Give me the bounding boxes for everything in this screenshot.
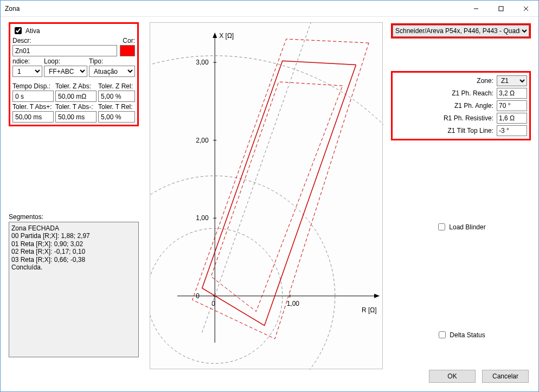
titlebar: Zona (1, 1, 538, 17)
window-title: Zona (5, 5, 464, 12)
svg-text:2,00: 2,00 (196, 137, 209, 144)
maximize-button[interactable] (489, 1, 514, 17)
zone-label: Zone: (477, 77, 493, 85)
cor-label: Cor: (123, 37, 135, 44)
toler-t-absm-input[interactable] (55, 111, 97, 123)
toler-t-absp-label: Toler. T Abs+: (12, 103, 54, 111)
toler-t-rel-input[interactable] (98, 111, 135, 123)
ativa-checkbox[interactable] (15, 27, 22, 34)
close-button[interactable] (514, 1, 538, 17)
svg-text:1,00: 1,00 (196, 214, 209, 222)
tipo-label: Tipo: (89, 57, 135, 65)
zone-select[interactable]: Z1 (497, 75, 527, 86)
left-panel: Ativa Descr: Cor: ndice: 1 (9, 22, 139, 357)
svg-text:X [Ω]: X [Ω] (219, 32, 234, 40)
ativa-label: Ativa (25, 27, 40, 35)
z1-angle-input[interactable] (497, 100, 527, 111)
svg-text:1,00: 1,00 (287, 300, 300, 307)
r1-res-input[interactable] (497, 113, 527, 124)
toler-t-absm-label: Toler. T Abs-: (55, 103, 97, 111)
svg-text:3,00: 3,00 (196, 59, 209, 66)
loop-select[interactable]: FF+ABC (44, 66, 87, 77)
impedance-chart: X [Ω]R [Ω]01,0001,002,003,00 (150, 22, 383, 369)
delta-status-checkbox[interactable] (439, 331, 446, 338)
indice-select[interactable]: 1 (12, 66, 42, 77)
svg-text:0: 0 (196, 292, 200, 300)
toler-z-rel-label: Toler. Z Rel: (98, 82, 135, 90)
segments-list[interactable]: Zona FECHADA 00 Partida [R;X]: 1,88; 2,9… (9, 222, 139, 357)
toler-z-abs-input[interactable] (55, 91, 97, 102)
tempo-disp-label: Tempo Disp.: (12, 82, 54, 90)
descr-label: Descr: (12, 37, 117, 44)
tempo-disp-input[interactable] (12, 91, 54, 102)
z1-tilt-label: Z1 Tilt Top Line: (448, 127, 494, 134)
minimize-button[interactable] (464, 1, 489, 17)
loop-label: Loop: (44, 57, 87, 65)
device-select-box: Schneider/Areva P54x, P446, P443 - Quadr… (391, 23, 531, 38)
load-blinder-row: Load Blinder (391, 222, 531, 232)
r1-res-label: R1 Ph. Resistive: (444, 114, 493, 122)
z1-reach-input[interactable] (497, 88, 527, 99)
segments-label: Segmentos: (9, 213, 139, 221)
svg-line-23 (202, 23, 318, 332)
tipo-select[interactable]: Atuação (89, 66, 135, 77)
toler-t-rel-label: Toler. T Rel: (98, 103, 135, 111)
ativa-checkbox-row: Ativa (12, 25, 40, 36)
zona-window: Zona Ativa Descr: Cor: (0, 0, 539, 392)
zone-params-box: Zone: Z1 Z1 Ph. Reach: Z1 Ph. Angle: R1 … (391, 71, 531, 140)
zone-settings-box: Ativa Descr: Cor: ndice: 1 (9, 22, 139, 126)
svg-point-21 (150, 176, 335, 370)
load-blinder-label: Load Blinder (449, 223, 485, 231)
indice-label: ndice: (12, 57, 42, 65)
device-select[interactable]: Schneider/Areva P54x, P446, P443 - Quadr… (393, 25, 529, 37)
right-panel: Schneider/Areva P54x, P446, P443 - Quadr… (391, 23, 531, 340)
cancel-button[interactable]: Cancelar (482, 370, 529, 383)
content: Ativa Descr: Cor: ndice: 1 (1, 17, 538, 391)
segments-section: Segmentos: Zona FECHADA 00 Partida [R;X]… (9, 213, 139, 357)
z1-tilt-input[interactable] (497, 125, 527, 136)
cor-swatch[interactable] (120, 45, 135, 56)
chart-svg: X [Ω]R [Ω]01,0001,002,003,00 (150, 23, 383, 370)
descr-input[interactable] (12, 45, 117, 56)
svg-rect-1 (499, 7, 503, 11)
toler-z-abs-label: Toler. Z Abs: (55, 82, 97, 90)
load-blinder-checkbox[interactable] (438, 223, 445, 230)
ok-button[interactable]: OK (429, 370, 476, 383)
z1-reach-label: Z1 Ph. Reach: (452, 89, 493, 97)
dialog-buttons: OK Cancelar (429, 370, 529, 383)
toler-z-rel-input[interactable] (98, 91, 135, 102)
delta-status-label: Delta Status (450, 331, 485, 339)
toler-t-absp-input[interactable] (12, 111, 54, 123)
delta-status-row: Delta Status (391, 330, 531, 340)
z1-angle-label: Z1 Ph. Angle: (454, 102, 493, 110)
svg-text:R [Ω]: R [Ω] (362, 306, 377, 314)
svg-point-22 (150, 56, 383, 370)
